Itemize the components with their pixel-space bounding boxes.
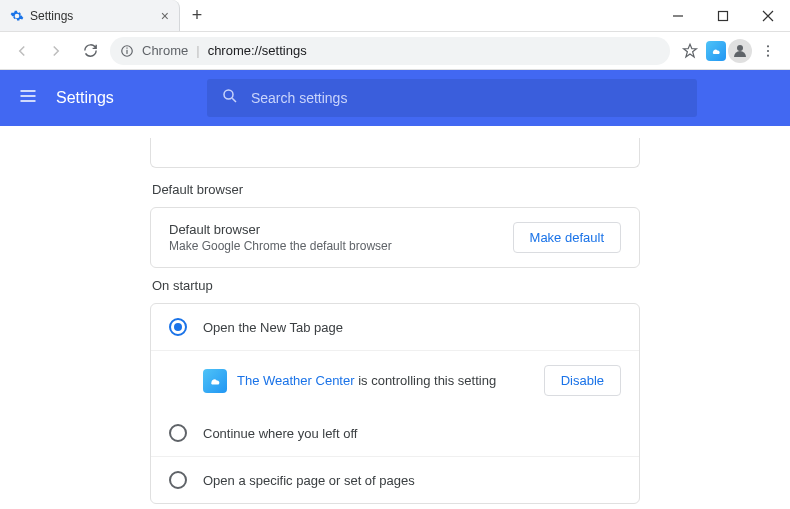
make-default-button[interactable]: Make default bbox=[513, 222, 621, 253]
hamburger-icon[interactable] bbox=[18, 86, 38, 110]
weather-icon bbox=[203, 369, 227, 393]
window-controls bbox=[655, 0, 790, 31]
section-default-browser-heading: Default browser bbox=[152, 182, 640, 197]
default-browser-sub: Make Google Chrome the default browser bbox=[169, 239, 392, 253]
default-browser-title: Default browser bbox=[169, 222, 392, 237]
close-window-button[interactable] bbox=[745, 0, 790, 32]
back-button[interactable] bbox=[8, 37, 36, 65]
menu-button[interactable] bbox=[754, 37, 782, 65]
section-startup-heading: On startup bbox=[152, 278, 640, 293]
startup-option-specific[interactable]: Open a specific page or set of pages bbox=[151, 456, 639, 503]
startup-option-newtab[interactable]: Open the New Tab page bbox=[151, 304, 639, 350]
prev-card-edge bbox=[150, 138, 640, 168]
search-input[interactable] bbox=[251, 90, 683, 106]
minimize-button[interactable] bbox=[655, 0, 700, 32]
svg-rect-2 bbox=[126, 49, 127, 53]
gear-icon bbox=[10, 9, 24, 23]
svg-point-7 bbox=[767, 54, 769, 56]
svg-point-5 bbox=[767, 45, 769, 47]
svg-point-4 bbox=[737, 45, 743, 51]
reload-button[interactable] bbox=[76, 37, 104, 65]
default-browser-card: Default browser Make Google Chrome the d… bbox=[150, 207, 640, 268]
browser-toolbar: Chrome | chrome://settings bbox=[0, 32, 790, 70]
radio-icon bbox=[169, 471, 187, 489]
settings-header: Settings bbox=[0, 70, 790, 126]
radio-icon bbox=[169, 424, 187, 442]
extension-link[interactable]: The Weather Center bbox=[237, 373, 355, 388]
url-path: chrome://settings bbox=[208, 43, 307, 58]
svg-point-8 bbox=[224, 90, 233, 99]
tab-title: Settings bbox=[30, 9, 73, 23]
settings-content[interactable]: Default browser Default browser Make Goo… bbox=[0, 126, 790, 509]
new-tab-button[interactable]: + bbox=[180, 0, 214, 31]
profile-avatar[interactable] bbox=[728, 39, 752, 63]
startup-extension-notice: The Weather Center is controlling this s… bbox=[151, 350, 639, 410]
site-info-icon bbox=[120, 44, 134, 58]
extension-suffix: is controlling this setting bbox=[355, 373, 497, 388]
close-icon[interactable]: × bbox=[161, 8, 169, 24]
page-title: Settings bbox=[56, 89, 114, 107]
url-origin: Chrome bbox=[142, 43, 188, 58]
window-titlebar: Settings × + bbox=[0, 0, 790, 32]
settings-search[interactable] bbox=[207, 79, 697, 117]
svg-rect-0 bbox=[718, 11, 727, 20]
startup-option-continue-label: Continue where you left off bbox=[203, 426, 357, 441]
bookmark-star-icon[interactable] bbox=[676, 37, 704, 65]
startup-card: Open the New Tab page The Weather Center… bbox=[150, 303, 640, 504]
browser-tab[interactable]: Settings × bbox=[0, 0, 180, 31]
radio-selected-icon bbox=[169, 318, 187, 336]
extension-icon[interactable] bbox=[706, 41, 726, 61]
search-icon bbox=[221, 87, 239, 109]
url-separator: | bbox=[196, 43, 199, 58]
disable-button[interactable]: Disable bbox=[544, 365, 621, 396]
maximize-button[interactable] bbox=[700, 0, 745, 32]
address-bar[interactable]: Chrome | chrome://settings bbox=[110, 37, 670, 65]
startup-option-specific-label: Open a specific page or set of pages bbox=[203, 473, 415, 488]
svg-rect-3 bbox=[126, 47, 127, 48]
startup-option-newtab-label: Open the New Tab page bbox=[203, 320, 343, 335]
startup-option-continue[interactable]: Continue where you left off bbox=[151, 410, 639, 456]
svg-point-6 bbox=[767, 49, 769, 51]
forward-button[interactable] bbox=[42, 37, 70, 65]
